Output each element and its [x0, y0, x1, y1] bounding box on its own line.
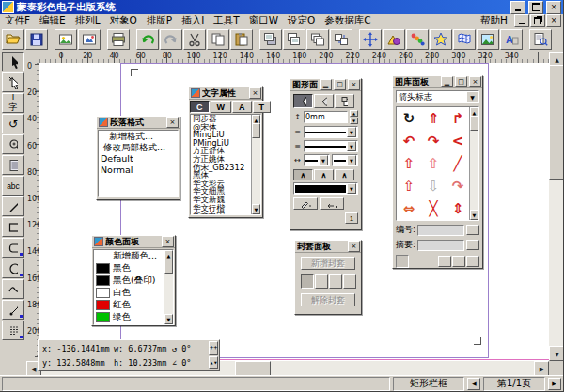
color-list-item[interactable]: 新增颜色... — [94, 250, 164, 262]
menu-item[interactable]: 编辑E — [35, 14, 70, 27]
copy-button[interactable] — [207, 29, 229, 50]
vertical-scrollbar[interactable]: ▲ ▼ — [549, 52, 563, 361]
menu-item[interactable]: 设定O — [283, 14, 320, 27]
palette-title-bar[interactable]: 图库面板 ▁ □ × — [393, 76, 482, 88]
zoom-tool[interactable] — [2, 134, 24, 154]
palette-title-bar[interactable]: 封套面板 × — [295, 241, 361, 253]
doc-restore-button[interactable] — [530, 14, 545, 27]
line-width-input[interactable]: 0mm — [304, 111, 348, 123]
chevron-down-icon[interactable]: ▼ — [347, 155, 356, 165]
palette-title-bar[interactable]: 颜色面板 × — [92, 236, 175, 248]
text-tool-button[interactable]: A — [500, 29, 523, 50]
color-list-item[interactable]: 白色 — [94, 287, 164, 299]
color-tool-button[interactable] — [406, 29, 429, 50]
close-icon[interactable]: × — [348, 79, 360, 90]
envelope-edit-pen[interactable] — [343, 274, 356, 289]
chevron-down-icon[interactable]: ▼ — [319, 155, 328, 165]
rectangle-tool[interactable] — [2, 217, 24, 237]
color-list-scrollbar[interactable]: ▲ ▼ — [164, 250, 173, 324]
library-item[interactable]: ↷ — [446, 175, 470, 197]
line-tool[interactable] — [2, 196, 24, 216]
merge-button[interactable] — [330, 29, 352, 50]
library-item[interactable]: ↶ — [397, 130, 421, 152]
star-tool-button[interactable] — [430, 29, 452, 50]
library-item[interactable]: ⇧ — [421, 152, 446, 175]
library-item[interactable]: ╳ — [421, 197, 446, 220]
direct-select-tool[interactable] — [2, 72, 24, 92]
menu-item[interactable]: 插入I — [177, 14, 209, 27]
color-list-item[interactable]: 绿色 — [94, 311, 164, 323]
paragraph-style-item[interactable]: Default — [99, 153, 178, 165]
spin-up-icon[interactable]: ▲ — [350, 110, 358, 117]
send-backward-button[interactable] — [283, 29, 306, 50]
doc-minimize-button[interactable] — [514, 14, 529, 27]
add-envelope-button[interactable]: 新增封套 — [301, 257, 355, 270]
cascade-button[interactable] — [306, 29, 329, 50]
library-item[interactable]: ⇩ — [421, 175, 446, 197]
text-cursor-tool[interactable]: I字 — [2, 93, 24, 113]
minimize-button[interactable] — [510, 1, 525, 14]
library-item[interactable]: ↱ — [446, 107, 470, 130]
summary-edit-button[interactable] — [466, 240, 479, 250]
coords-spinner[interactable]: ▴▾ — [209, 356, 218, 370]
start-arrow-dropdown[interactable]: ▼ — [304, 154, 330, 166]
color-list-item[interactable]: 红色 — [94, 299, 164, 311]
rounded-rectangle-tool[interactable] — [2, 238, 24, 258]
close-icon[interactable]: × — [249, 87, 261, 99]
chevron-down-icon[interactable]: ▼ — [466, 91, 478, 102]
color-list-item[interactable]: 黑色 — [94, 262, 164, 274]
text-attr-tab[interactable]: C — [190, 101, 210, 113]
cut-button[interactable] — [183, 29, 206, 50]
text-attr-tab[interactable]: A — [232, 101, 252, 113]
arrowhead-style-1[interactable]: ∧ — [293, 169, 313, 180]
select-tool[interactable] — [2, 52, 24, 71]
pen-line-tool[interactable] — [2, 300, 24, 320]
minimize-icon[interactable]: ▁ — [441, 76, 453, 87]
palette-title-bar[interactable]: 文字属性 × — [189, 87, 262, 100]
fill-bucket-tab[interactable] — [314, 94, 334, 108]
menu-item[interactable]: 文件F — [0, 14, 35, 27]
library-item[interactable]: ⇔ — [397, 197, 421, 220]
paragraph-style-item[interactable]: Normal — [99, 165, 178, 176]
preview-button[interactable] — [529, 29, 552, 50]
menu-item-help[interactable]: 帮助H — [476, 14, 512, 27]
close-icon[interactable]: × — [166, 117, 179, 128]
library-item[interactable]: ↻ — [397, 107, 421, 130]
envelope-shape-3[interactable] — [329, 274, 342, 289]
line-width-spinner[interactable]: ▲▼ — [350, 110, 358, 124]
close-icon[interactable]: × — [162, 236, 174, 247]
library-item[interactable]: ⇧ — [397, 175, 421, 197]
menu-item[interactable]: 对象O — [105, 14, 142, 27]
menu-item[interactable]: 排版P — [142, 14, 177, 27]
scroll-down-button[interactable]: ▼ — [549, 346, 564, 361]
library-replace-button[interactable] — [452, 256, 465, 267]
maximize-icon[interactable]: □ — [455, 76, 467, 87]
line-style-dropdown-2[interactable]: ▼ — [304, 140, 358, 152]
save-button[interactable] — [25, 29, 48, 50]
apply-stroke-button[interactable] — [293, 197, 318, 210]
menu-item[interactable]: 排列L — [70, 14, 105, 27]
curve-tool[interactable] — [2, 279, 24, 299]
undo-button[interactable] — [136, 29, 159, 50]
text-grid-tool[interactable] — [2, 321, 24, 340]
library-add-button[interactable] — [438, 256, 451, 267]
page-number-button[interactable]: 1 — [345, 212, 358, 224]
text-attr-tab[interactable]: W — [211, 101, 232, 113]
vertical-scroll-thumb[interactable] — [549, 65, 564, 180]
import-image-button[interactable] — [55, 29, 77, 50]
scroll-thumb[interactable] — [470, 116, 478, 131]
menu-item[interactable]: 参数据库C — [320, 14, 375, 27]
paragraph-style-item[interactable]: 修改局部格式... — [99, 142, 178, 153]
abc-text-tool[interactable]: abc — [2, 176, 24, 196]
ellipse-tool[interactable] — [2, 259, 24, 278]
open-button[interactable] — [2, 29, 24, 50]
palette-title-bar[interactable]: 图形面板 ▁ □ × — [290, 79, 361, 91]
scroll-thumb[interactable] — [252, 123, 260, 138]
paragraph-style-item[interactable]: 新增格式... — [99, 131, 178, 142]
close-icon[interactable]: × — [469, 76, 481, 87]
library-item[interactable]: ⇑ — [421, 107, 446, 130]
end-arrow-dropdown[interactable]: ▼ — [332, 154, 358, 166]
envelope-shape-1[interactable] — [301, 274, 314, 289]
scroll-down-button[interactable]: ▼ — [470, 210, 478, 220]
stroke-pen-tab[interactable] — [293, 94, 313, 108]
